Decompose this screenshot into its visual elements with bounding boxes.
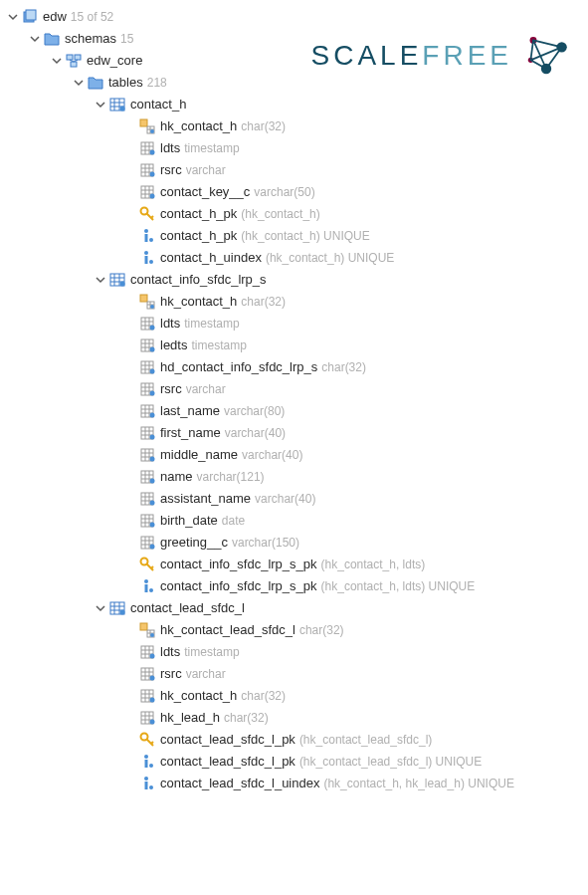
index-icon [139,250,155,266]
tree-node-column[interactable]: contact_info_sfdc_lrp_s_pk(hk_contact_h,… [0,575,588,597]
column-name: contact_lead_sfdc_l_pk [160,730,295,750]
column-name: rsrc [160,379,182,399]
chevron-down-icon[interactable] [72,76,86,90]
tree-node-column[interactable]: contact_lead_sfdc_l_pk(hk_contact_lead_s… [0,729,588,751]
column-name: name [160,467,193,487]
column-type: char(32) [241,292,286,312]
column-type: (hk_contact_h) UNIQUE [266,248,394,268]
tree-node-column[interactable]: hk_contact_hchar(32) [0,115,588,137]
column-type: (hk_contact_lead_sfdc_l) UNIQUE [299,752,482,772]
tree-node-column[interactable]: hk_contact_hchar(32) [0,291,588,313]
tree-node-column[interactable]: ldtstimestamp [0,313,588,335]
table-icon [109,97,125,112]
logo-text: SCALEFREE [310,40,512,72]
column-icon [139,447,155,463]
tree-node-column[interactable]: contact_h_uindex(hk_contact_h) UNIQUE [0,247,588,269]
column-icon [139,184,155,200]
column-type: char(32) [224,708,269,728]
chevron-down-icon[interactable] [50,54,64,68]
chevron-down-icon[interactable] [6,10,20,24]
database-icon [22,9,38,25]
column-icon [139,403,155,419]
tree-node-column[interactable]: rsrcvarchar [0,663,588,685]
tree-node-table[interactable]: contact_info_sfdc_lrp_s [0,269,588,291]
tree-node-column[interactable]: contact_info_sfdc_lrp_s_pk(hk_contact_h,… [0,554,588,575]
foreign-key-column-icon [139,118,155,134]
tree-node-column[interactable]: ledtstimestamp [0,335,588,356]
tree-node-column[interactable]: hd_contact_info_sfdc_lrp_schar(32) [0,356,588,378]
tree-label: contact_info_sfdc_lrp_s [130,270,267,290]
column-type: (hk_contact_h, ldts) UNIQUE [321,576,476,596]
tree-node-column[interactable]: middle_namevarchar(40) [0,444,588,466]
tree-node-column[interactable]: rsrcvarchar [0,378,588,400]
column-name: contact_key__c [160,182,250,202]
tree-label: schemas [65,29,116,49]
tree-node-column[interactable]: ldtstimestamp [0,641,588,663]
column-type: char(32) [241,116,286,136]
column-icon [139,337,155,353]
column-name: contact_info_sfdc_lrp_s_pk [160,555,317,574]
column-name: last_name [160,401,220,421]
tree-node-column[interactable]: contact_lead_sfdc_l_pk(hk_contact_lead_s… [0,751,588,773]
column-icon [139,425,155,441]
column-icon [139,381,155,397]
column-icon [139,644,155,660]
table-icon [109,600,125,616]
column-icon [139,359,155,375]
column-type: timestamp [184,642,239,662]
tree-node-column[interactable]: hk_contact_hchar(32) [0,685,588,707]
index-icon [139,578,155,594]
column-name: ledts [160,336,187,355]
tree-node-column[interactable]: hk_contact_lead_sfdc_lchar(32) [0,619,588,641]
chevron-down-icon[interactable] [28,32,42,46]
column-icon [139,513,155,529]
column-type: varchar [186,160,226,180]
tree-node-table[interactable]: contact_h [0,94,588,115]
primary-key-icon [139,206,155,222]
tree-label: edw [43,7,67,27]
tree-node-database[interactable]: edw15 of 52 [0,6,588,28]
folder-icon [88,75,103,91]
column-name: hk_lead_h [160,708,220,728]
tree-node-column[interactable]: contact_lead_sfdc_l_uindex(hk_contact_h,… [0,773,588,794]
tree-node-column[interactable]: assistant_namevarchar(40) [0,488,588,510]
column-name: middle_name [160,445,238,465]
column-type: varchar [186,664,226,684]
column-icon [139,688,155,704]
tree-node-table[interactable]: contact_lead_sfdc_l [0,597,588,619]
column-type: varchar(80) [224,401,285,421]
tree-node-column[interactable]: greeting__cvarchar(150) [0,532,588,554]
tree-node-column[interactable]: contact_h_pk(hk_contact_h) [0,203,588,225]
tree-node-column[interactable]: birth_datedate [0,510,588,532]
column-type: (hk_contact_h) UNIQUE [241,226,369,246]
chevron-down-icon[interactable] [94,273,107,287]
database-tree: edw15 of 52schemas15edw_coretables218con… [0,6,588,794]
column-icon [139,535,155,551]
column-type: varchar(40) [242,445,302,465]
folder-icon [44,31,60,47]
tree-label: contact_h [130,95,186,114]
tree-node-column[interactable]: ldtstimestamp [0,137,588,159]
tree-node-column[interactable]: contact_key__cvarchar(50) [0,181,588,203]
column-name: hd_contact_info_sfdc_lrp_s [160,357,317,377]
foreign-key-column-icon [139,294,155,310]
tree-node-column[interactable]: rsrcvarchar [0,159,588,181]
column-type: varchar(40) [225,423,286,443]
column-name: contact_lead_sfdc_l_pk [160,752,295,772]
column-name: rsrc [160,664,182,684]
tree-node-column[interactable]: contact_h_pk(hk_contact_h) UNIQUE [0,225,588,247]
column-icon [139,469,155,485]
column-type: date [222,511,245,531]
tree-node-column[interactable]: last_namevarchar(80) [0,400,588,422]
column-type: varchar(40) [255,489,315,509]
tree-node-column[interactable]: first_namevarchar(40) [0,422,588,444]
index-icon [139,754,155,770]
column-icon [139,162,155,178]
chevron-down-icon[interactable] [94,98,107,112]
column-type: char(32) [321,357,366,377]
tree-node-column[interactable]: namevarchar(121) [0,466,588,488]
column-name: contact_h_uindex [160,248,262,268]
tree-node-column[interactable]: hk_lead_hchar(32) [0,707,588,729]
column-type: timestamp [191,336,246,355]
chevron-down-icon[interactable] [94,601,107,615]
